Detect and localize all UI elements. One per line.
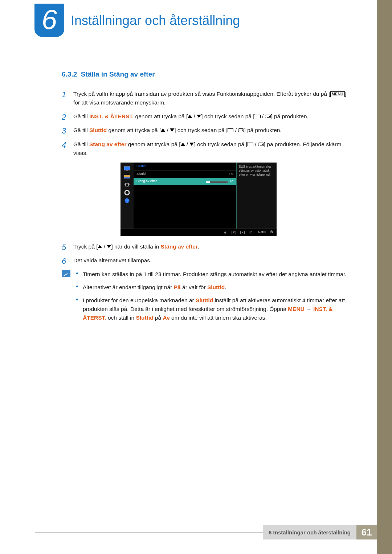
osd-enter-icon: ↵: [249, 231, 253, 234]
osd-center-panel: Sluttid Sluttid På Stäng av efter 4h: [134, 163, 237, 229]
osd-row-sluttid: Sluttid På: [134, 171, 236, 178]
svg-rect-3: [124, 177, 130, 178]
osd-power-icon: ⏻: [270, 230, 273, 234]
osd-resize-icon: [124, 182, 130, 187]
triangle-down-icon: [107, 245, 111, 248]
triangle-up-icon: [161, 128, 165, 132]
osd-monitor-icon: [124, 166, 130, 171]
triangle-up-icon: [98, 245, 102, 248]
right-decorative-stripe: [377, 0, 392, 554]
step-5: Tryck på [ / ] när du vill ställa in Stä…: [62, 242, 352, 251]
chapter-title: Inställningar och återställning: [71, 13, 240, 28]
svg-rect-1: [126, 171, 128, 171]
step-3: Gå till Sluttid genom att trycka på [ / …: [62, 126, 352, 135]
step-1: Tryck på valfri knapp på framsidan av pr…: [62, 90, 352, 107]
enter-icon: [265, 115, 271, 118]
section-heading: 6.3.2 Ställa in Stäng av efter: [62, 69, 352, 79]
svg-rect-4: [126, 183, 128, 186]
svg-text:i: i: [127, 199, 127, 202]
notes-list: Timern kan ställas in på 1 till 23 timma…: [76, 270, 352, 327]
instruction-steps: Tryck på valfri knapp på framsidan av pr…: [62, 90, 352, 264]
osd-color-icon: [124, 174, 130, 179]
triangle-down-icon: [189, 143, 194, 146]
svg-point-6: [126, 192, 128, 193]
page-footer: 6 Inställningar och återställning 61: [35, 525, 377, 539]
footer-page-number: 61: [356, 525, 377, 539]
triangle-up-icon: [188, 115, 192, 118]
section-number: 6.3.2: [62, 70, 77, 78]
note-icon: [62, 270, 70, 277]
note-2: Alternativet är endast tillgängligt när …: [76, 283, 352, 292]
osd-info-icon: i: [124, 198, 130, 203]
triangle-up-icon: [181, 143, 185, 146]
rect-icon: [228, 128, 233, 132]
step-4: Gå till Stäng av efter genom att trycka …: [62, 140, 352, 236]
footer-chapter-label: 6 Inställningar och återställning: [263, 525, 356, 539]
osd-screenshot: i Sluttid Sluttid På Stäng av efter: [121, 163, 277, 236]
svg-rect-2: [124, 175, 130, 177]
enter-icon: [258, 143, 264, 146]
step-2: Gå till INST. & ÅTERST. genom att trycka…: [62, 112, 352, 121]
osd-slider: [206, 181, 228, 183]
note-3: I produkter för den europeiska marknaden…: [76, 296, 352, 322]
main-content: 6.3.2 Ställa in Stäng av efter Tryck på …: [62, 69, 352, 327]
enter-icon: [238, 128, 244, 132]
svg-rect-0: [124, 167, 130, 170]
menu-button-label: MENU: [330, 91, 345, 97]
osd-auto-label: AUTO: [258, 230, 266, 234]
footer-rule: [35, 532, 263, 539]
rect-icon: [248, 143, 253, 146]
section-title-text: Ställa in Stäng av efter: [81, 70, 155, 78]
triangle-down-icon: [170, 128, 174, 132]
chapter-number-badge: 6: [34, 4, 64, 37]
rect-icon: [255, 115, 261, 118]
osd-sidebar: i: [121, 163, 134, 229]
osd-nav-footer: ↵ AUTO ⏻: [121, 229, 277, 235]
notes-block: Timern kan ställas in på 1 till 23 timma…: [62, 270, 352, 327]
osd-row-stang-av-efter: Stäng av efter 4h: [134, 178, 236, 185]
step-6: Det valda alternativet tillämpas.: [62, 256, 352, 265]
triangle-down-icon: [197, 115, 201, 118]
osd-help-panel: Ställ in att skärmen ska stängas av auto…: [237, 163, 277, 229]
osd-header: Sluttid: [134, 163, 236, 171]
note-1: Timern kan ställas in på 1 till 23 timma…: [76, 270, 352, 279]
osd-gear-icon: [124, 190, 130, 195]
